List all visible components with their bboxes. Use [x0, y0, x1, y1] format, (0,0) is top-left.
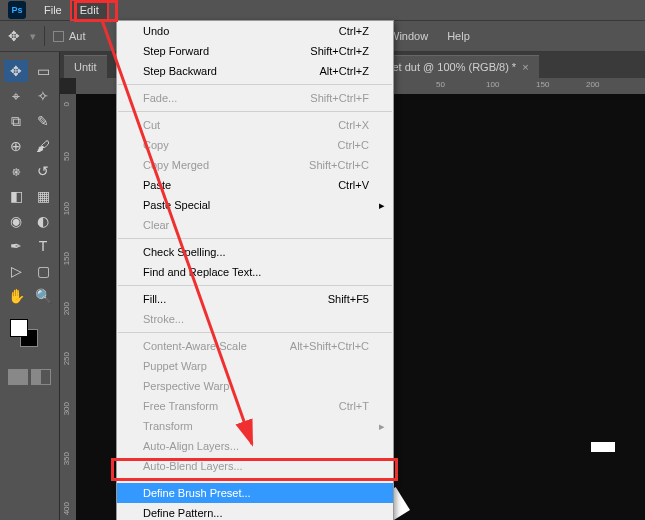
menu-item-auto-blend-layers: Auto-Blend Layers...	[117, 456, 393, 476]
lasso-tool[interactable]: ⌖	[4, 85, 28, 107]
eyedropper-tool[interactable]: ✎	[31, 110, 55, 132]
menu-item-step-backward[interactable]: Step BackwardAlt+Ctrl+Z	[117, 61, 393, 81]
magic-wand-tool[interactable]: ✧	[31, 85, 55, 107]
menu-help[interactable]: Help	[439, 27, 478, 45]
menu-item-transform: Transform▸	[117, 416, 393, 436]
eraser-tool[interactable]: ◧	[4, 185, 28, 207]
healing-tool[interactable]: ⊕	[4, 135, 28, 157]
tab-untitled[interactable]: Untit	[64, 55, 107, 78]
menu-item-check-spelling[interactable]: Check Spelling...	[117, 242, 393, 262]
brush-tool[interactable]: 🖌	[31, 135, 55, 157]
menu-item-define-pattern[interactable]: Define Pattern...	[117, 503, 393, 520]
foreground-swatch[interactable]	[10, 319, 28, 337]
hand-tool[interactable]: ✋	[4, 285, 28, 307]
menu-item-fill[interactable]: Fill...Shift+F5	[117, 289, 393, 309]
menu-item-stroke: Stroke...	[117, 309, 393, 329]
quickmask-mode-button[interactable]	[31, 369, 51, 385]
app-icon: Ps	[8, 1, 26, 19]
path-tool[interactable]: ▷	[4, 260, 28, 282]
canvas-content	[591, 442, 615, 452]
menu-item-paste[interactable]: PasteCtrl+V	[117, 175, 393, 195]
menu-item-content-aware-scale: Content-Aware ScaleAlt+Shift+Ctrl+C	[117, 336, 393, 356]
menu-item-copy: CopyCtrl+C	[117, 135, 393, 155]
menu-item-auto-align-layers: Auto-Align Layers...	[117, 436, 393, 456]
menu-item-undo[interactable]: UndoCtrl+Z	[117, 21, 393, 41]
menu-item-puppet-warp: Puppet Warp	[117, 356, 393, 376]
menu-item-fade: Fade...Shift+Ctrl+F	[117, 88, 393, 108]
close-tab-icon[interactable]: ×	[522, 61, 528, 73]
blur-tool[interactable]: ◉	[4, 210, 28, 232]
standard-mode-button[interactable]	[8, 369, 28, 385]
edit-menu-dropdown: UndoCtrl+ZStep ForwardShift+Ctrl+ZStep B…	[116, 20, 394, 520]
move-tool-icon: ✥	[8, 28, 20, 44]
zoom-tool[interactable]: 🔍	[31, 285, 55, 307]
color-swatches[interactable]	[4, 319, 55, 349]
menu-item-free-transform: Free TransformCtrl+T	[117, 396, 393, 416]
menu-item-paste-special[interactable]: Paste Special▸	[117, 195, 393, 215]
crop-tool[interactable]: ⧉	[4, 110, 28, 132]
pen-tool[interactable]: ✒	[4, 235, 28, 257]
type-tool[interactable]: T	[31, 235, 55, 257]
shape-tool[interactable]: ▢	[31, 260, 55, 282]
menu-item-step-forward[interactable]: Step ForwardShift+Ctrl+Z	[117, 41, 393, 61]
menu-item-copy-merged: Copy MergedShift+Ctrl+C	[117, 155, 393, 175]
menu-item-perspective-warp: Perspective Warp	[117, 376, 393, 396]
dodge-tool[interactable]: ◐	[31, 210, 55, 232]
gradient-tool[interactable]: ▦	[31, 185, 55, 207]
tools-panel: ✥ ▭ ⌖ ✧ ⧉ ✎ ⊕ 🖌 ⎈ ↺ ◧ ▦ ◉ ◐ ✒ T ▷ ▢ ✋ 🔍	[0, 52, 60, 520]
auto-select-checkbox[interactable]	[53, 31, 64, 42]
menu-item-cut: CutCtrl+X	[117, 115, 393, 135]
auto-select-label: Aut	[69, 30, 86, 42]
menu-file[interactable]: File	[36, 1, 70, 19]
menu-item-define-brush-preset[interactable]: Define Brush Preset...	[117, 483, 393, 503]
menu-edit[interactable]: Edit	[70, 0, 109, 21]
marquee-tool[interactable]: ▭	[31, 60, 55, 82]
menu-item-clear: Clear	[117, 215, 393, 235]
stamp-tool[interactable]: ⎈	[4, 160, 28, 182]
menu-item-find-and-replace-text[interactable]: Find and Replace Text...	[117, 262, 393, 282]
history-brush-tool[interactable]: ↺	[31, 160, 55, 182]
move-tool[interactable]: ✥	[4, 60, 28, 82]
ruler-vertical: 050100150200250300350400	[60, 94, 76, 520]
menu-bar: Ps File Edit	[0, 0, 645, 20]
